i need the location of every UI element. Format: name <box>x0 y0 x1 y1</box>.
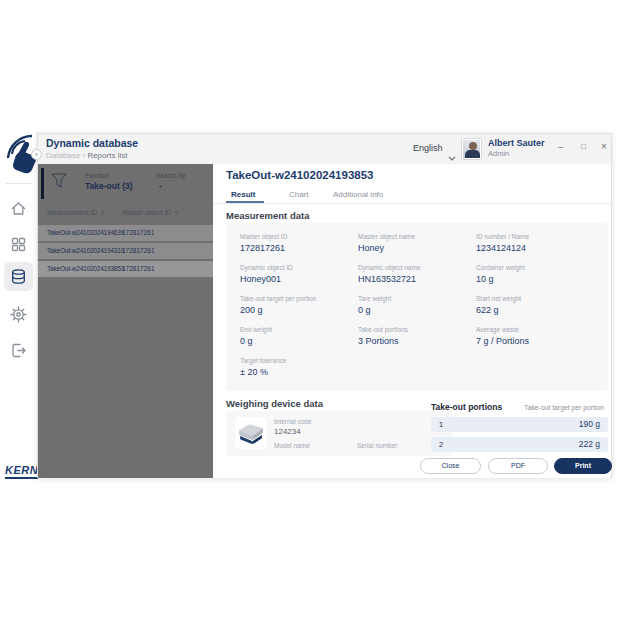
row-measurement-id: TakeOut-w24102024193853 <box>47 261 124 277</box>
serial-number-label: Serial number <box>357 442 397 449</box>
user-name: Albert Sauter <box>488 138 545 148</box>
user-role: Admin <box>488 149 509 158</box>
field-master-object-id: Master object ID 172817261 <box>240 233 358 264</box>
tab-additional-info[interactable]: Additional info <box>333 190 383 199</box>
row-master-object-id: 172817261 <box>122 261 155 277</box>
field-id-number-name: ID number / Name 1234124124 <box>476 233 594 264</box>
page-title: Dynamic database <box>46 137 138 149</box>
report-title: TakeOut-w24102024193853 <box>226 169 373 181</box>
field-takeout-portions: Take-out portions 3 Portions <box>358 326 476 357</box>
field-dynamic-object-name: Dynamic object name HN163532721 <box>358 264 476 295</box>
user-avatar[interactable] <box>461 138 482 160</box>
breadcrumb-parent[interactable]: Database <box>46 151 80 160</box>
tabs-divider <box>213 203 611 204</box>
breadcrumb-separator: › <box>82 151 85 160</box>
field-master-object-name: Master object name Honey <box>358 233 476 264</box>
table-row-selected[interactable]: TakeOut-w24102024193853 172817261 <box>38 261 213 277</box>
table-row[interactable]: TakeOut-w24102024194310 172817261 <box>38 243 213 259</box>
pdf-button[interactable]: PDF <box>488 458 548 474</box>
row-measurement-id: TakeOut-w24102024194639 <box>47 225 124 241</box>
portions-column-header: Take-out portions <box>431 402 502 412</box>
measurement-data-heading: Measurement data <box>226 210 309 221</box>
tab-chart[interactable]: Chart <box>289 190 309 199</box>
field-target-tolerance: Target tolerance ± 20 % <box>240 357 358 388</box>
field-start-net-weight: Start net weight 622 g <box>476 295 594 326</box>
sidebar-item-settings[interactable] <box>10 306 27 323</box>
portion-row: 1 190 g <box>431 417 608 432</box>
panel-accent-bar <box>41 168 44 199</box>
tab-result[interactable]: Result <box>231 190 255 199</box>
field-average-waste: Average waste 7 g / Portions <box>476 326 594 357</box>
field-tare-weight: Tare weight 0 g <box>358 295 476 326</box>
sidebar: › <box>0 0 37 620</box>
sidebar-item-logout[interactable] <box>10 342 27 359</box>
sidebar-divider <box>6 183 32 184</box>
filter-searchby-value[interactable]: - <box>159 181 162 191</box>
column-header-master-object-id[interactable]: Master object ID⇅ <box>122 209 180 216</box>
filter-searchby-label: Search by <box>156 172 185 179</box>
sidebar-item-home[interactable] <box>10 200 27 217</box>
screen: › <box>0 0 620 620</box>
row-measurement-id: TakeOut-w24102024194310 <box>47 243 124 259</box>
row-master-object-id: 172817261 <box>122 243 155 259</box>
print-button[interactable]: Print <box>554 458 612 474</box>
model-name-label: Model name <box>274 442 310 449</box>
logout-icon <box>10 345 27 362</box>
close-window-button[interactable]: × <box>601 141 607 152</box>
portion-target-value: 190 g <box>579 417 600 432</box>
weighing-device-card: Internal code 124234 Model name Serial n… <box>226 411 452 456</box>
column-header-measurement-id[interactable]: Measurement ID⇅ <box>47 209 105 216</box>
language-selector[interactable]: English <box>413 143 443 153</box>
internal-code-label: Internal code <box>274 418 312 425</box>
portion-target-value: 222 g <box>579 437 600 452</box>
close-button[interactable]: Close <box>420 458 481 474</box>
window-header: Dynamic database Database › Reports list… <box>38 134 611 164</box>
minimize-button[interactable]: – <box>558 142 563 152</box>
weighing-device-heading: Weighing device data <box>226 398 323 409</box>
table-row[interactable]: TakeOut-w24102024194639 172817261 <box>38 225 213 241</box>
row-master-object-id: 172817261 <box>122 225 155 241</box>
internal-code-value: 124234 <box>274 427 301 436</box>
filter-function-label: Function <box>85 172 110 179</box>
app-window: Dynamic database Database › Reports list… <box>37 133 612 478</box>
gear-icon <box>10 309 27 326</box>
sort-icon[interactable]: ⇅ <box>100 210 105 216</box>
field-takeout-target-per-portion: Take-out target per portion 200 g <box>240 295 358 326</box>
filter-funnel-icon[interactable] <box>50 172 68 194</box>
scale-device-icon <box>235 417 266 449</box>
breadcrumb-current: Reports list <box>87 151 127 160</box>
maximize-button[interactable]: □ <box>581 142 586 151</box>
kern-logo: KERN <box>5 464 38 479</box>
breadcrumb[interactable]: Database › Reports list <box>46 151 127 160</box>
home-icon <box>10 203 27 220</box>
field-dynamic-object-id: Dynamic object ID Honey001 <box>240 264 358 295</box>
field-container-weight: Container weight 10 g <box>476 264 594 295</box>
reports-list-panel: Function Take-out (3) Search by - Measur… <box>38 164 213 478</box>
sidebar-item-apps[interactable] <box>10 236 27 253</box>
measurement-data-card: Master object ID 172817261 Master object… <box>226 223 608 391</box>
filter-function-value[interactable]: Take-out (3) <box>85 181 133 191</box>
portion-index: 1 <box>439 417 443 432</box>
field-end-weight: End weight 0 g <box>240 326 358 357</box>
apps-grid-icon <box>10 239 27 256</box>
portion-row: 2 222 g <box>431 437 608 452</box>
portion-index: 2 <box>439 437 443 452</box>
chevron-down-icon <box>448 147 456 165</box>
portions-target-column-header: Take-out target per portion <box>524 404 604 411</box>
avatar-photo <box>463 140 480 158</box>
report-detail-panel: TakeOut-w24102024193853 Result Chart Add… <box>213 164 611 478</box>
sort-icon[interactable]: ⇅ <box>174 210 179 216</box>
sidebar-expand-button[interactable]: › <box>31 149 42 160</box>
sidebar-item-database[interactable] <box>4 262 33 291</box>
